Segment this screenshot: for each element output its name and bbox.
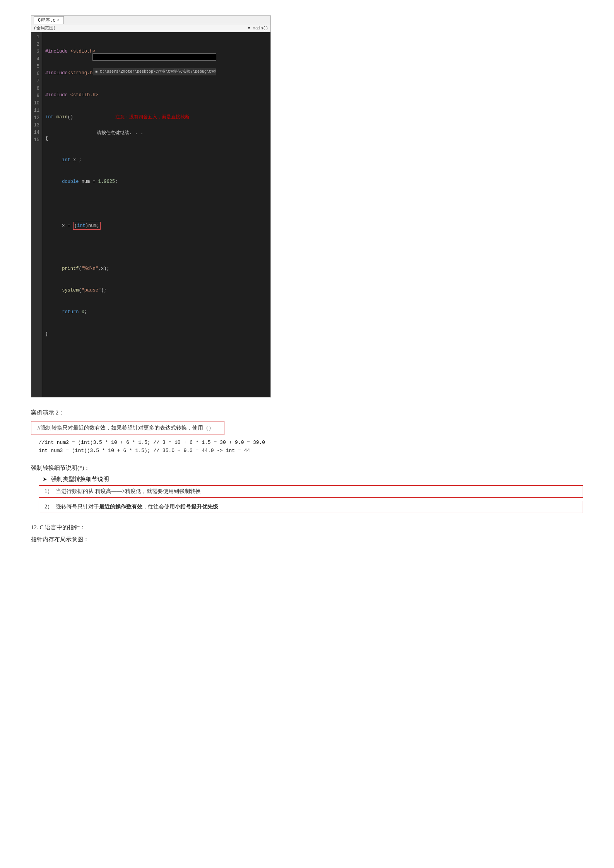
- ide-line-numbers: 12345 678910 1112131415: [31, 32, 42, 397]
- numbered-item-2: 2） 强转符号只针对于最近的操作数有效，往往会使用小括号提升优先级: [39, 501, 583, 513]
- section-case2: 案例演示 2： //强制转换只对最近的数有效，如果希望针对更多的表达式转换，使用…: [31, 409, 583, 454]
- ide-code-area: #include <stdio.h> #include<string.h> #i…: [42, 32, 270, 397]
- detail-bullet: ➤ 强制类型转换细节说明: [43, 476, 583, 483]
- terminal-titlebar: ■ C:\Users\Zmoter\Desktop\C作业\C实验\C实验7\D…: [93, 68, 216, 75]
- section-detail: 强制转换细节说明(*)： ➤ 强制类型转换细节说明 1） 当进行数据的从 精度高…: [31, 464, 583, 513]
- section2-highlight: //强制转换只对最近的数有效，如果希望针对更多的表达式转换，使用（）: [31, 421, 224, 435]
- ide-tab[interactable]: C程序.c ×: [34, 16, 64, 24]
- ide-tab-close[interactable]: ×: [57, 18, 60, 22]
- item2-bold2: 小括号提升优先级: [175, 504, 218, 510]
- item1-num: 1）: [44, 488, 53, 495]
- numbered-list: 1） 当进行数据的从 精度高——>精度低，就需要使用到强制转换 2） 强转符号只…: [39, 485, 583, 513]
- terminal-popup: ■ C:\Users\Zmoter\Desktop\C作业\C实验\C实验7\D…: [92, 53, 216, 61]
- ide-toolbar: (全局范围) ▼ main(): [31, 24, 270, 32]
- ide-scope-label: (全局范围): [34, 25, 56, 31]
- section2-title: 案例演示 2：: [31, 409, 583, 416]
- section2-line2: int num3 = (int)(3.5 * 10 + 6 * 1.5); //…: [39, 448, 583, 454]
- item2-mid: ，往往会使用: [142, 504, 175, 510]
- section12-subtitle: 指针内存布局示意图：: [31, 536, 583, 543]
- terminal-line2: 请按任意键继续. . .: [97, 129, 212, 136]
- ide-titlebar: C程序.c ×: [31, 16, 270, 24]
- ide-editor-body: 12345 678910 1112131415 #include <stdio.…: [31, 32, 270, 397]
- item2-pre: 强转符号只针对于: [56, 504, 99, 510]
- detail-title: 强制转换细节说明(*)：: [31, 464, 583, 472]
- item1-text: 当进行数据的从 精度高——>精度低，就需要使用到强制转换: [56, 488, 201, 495]
- item2-content: 强转符号只针对于最近的操作数有效，往往会使用小括号提升优先级: [56, 503, 218, 510]
- terminal-body: 请按任意键继续. . .: [93, 90, 216, 121]
- section2-line1: //int num2 = (int)3.5 * 10 + 6 * 1.5; //…: [39, 440, 583, 445]
- ide-function-label: ▼ main(): [248, 26, 268, 31]
- ide-window: C程序.c × (全局范围) ▼ main() 12345 678910 111…: [31, 15, 271, 397]
- item2-num: 2）: [44, 503, 53, 510]
- terminal-line1: [97, 107, 212, 115]
- detail-bullet-text: 强制类型转换细节说明: [51, 476, 109, 483]
- ide-tab-label: C程序.c: [38, 17, 56, 24]
- numbered-item-1: 1） 当进行数据的从 精度高——>精度低，就需要使用到强制转换: [39, 485, 583, 498]
- section12-title: 12. C 语言中的指针：: [31, 524, 583, 531]
- bullet-arrow-icon: ➤: [43, 476, 47, 483]
- item2-bold: 最近的操作数有效: [99, 504, 142, 510]
- section-12: 12. C 语言中的指针： 指针内存布局示意图：: [31, 524, 583, 543]
